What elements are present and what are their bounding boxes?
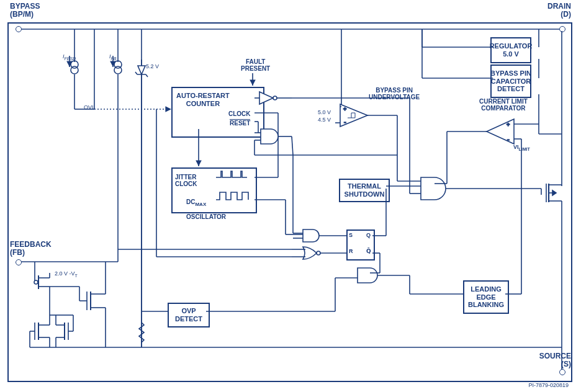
svg-marker-34 (259, 92, 273, 104)
svg-point-107 (34, 280, 38, 284)
svg-point-83 (317, 251, 320, 255)
svg-text:-: - (507, 135, 510, 143)
svg-text:+: + (343, 106, 346, 112)
svg-marker-52 (487, 119, 514, 144)
svg-marker-24 (138, 66, 145, 74)
svg-point-17 (71, 66, 78, 74)
svg-point-21 (114, 66, 122, 74)
svg-line-81 (292, 136, 293, 155)
wiring-svg: + - + - (0, 0, 581, 392)
svg-text:-: - (344, 118, 346, 125)
svg-text:+: + (507, 122, 510, 128)
svg-marker-76 (552, 190, 556, 195)
svg-point-35 (273, 96, 277, 100)
